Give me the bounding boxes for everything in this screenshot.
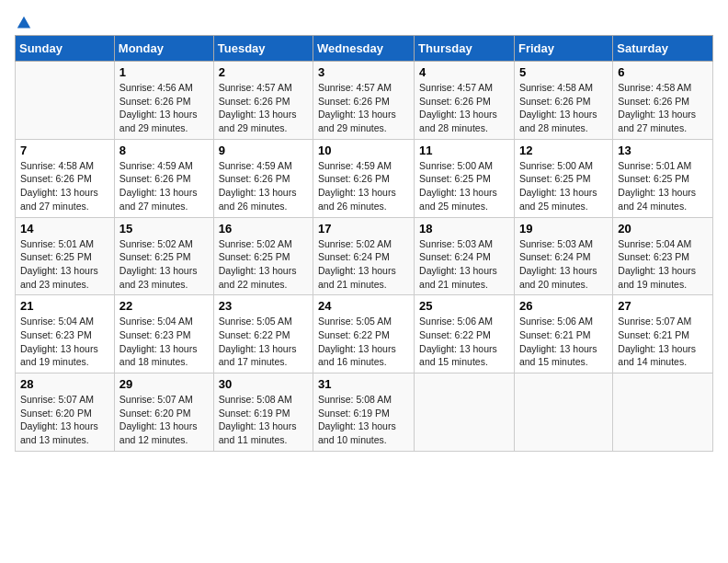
header-saturday: Saturday xyxy=(613,36,713,62)
calendar-cell: 3Sunrise: 4:57 AM Sunset: 6:26 PM Daylig… xyxy=(313,62,415,140)
calendar-cell: 16Sunrise: 5:02 AM Sunset: 6:25 PM Dayli… xyxy=(213,217,313,295)
calendar-cell: 5Sunrise: 4:58 AM Sunset: 6:26 PM Daylig… xyxy=(514,62,612,140)
day-info: Sunrise: 4:57 AM Sunset: 6:26 PM Dayligh… xyxy=(219,81,308,135)
header-sunday: Sunday xyxy=(16,36,115,62)
day-info: Sunrise: 4:59 AM Sunset: 6:26 PM Dayligh… xyxy=(219,159,308,213)
day-info: Sunrise: 5:02 AM Sunset: 6:25 PM Dayligh… xyxy=(219,237,308,292)
day-number: 8 xyxy=(119,144,209,157)
day-number: 16 xyxy=(219,222,308,236)
calendar-cell: 20Sunrise: 5:04 AM Sunset: 6:23 PM Dayli… xyxy=(613,217,713,295)
logo xyxy=(15,15,33,28)
calendar-body: 1Sunrise: 4:56 AM Sunset: 6:26 PM Daylig… xyxy=(16,62,713,452)
logo-triangle-icon xyxy=(16,15,32,31)
day-number: 18 xyxy=(419,222,509,236)
day-number: 7 xyxy=(20,144,109,157)
day-info: Sunrise: 5:00 AM Sunset: 6:25 PM Dayligh… xyxy=(519,159,608,213)
header-thursday: Thursday xyxy=(415,36,515,62)
calendar-cell: 30Sunrise: 5:08 AM Sunset: 6:19 PM Dayli… xyxy=(213,373,313,452)
day-info: Sunrise: 4:58 AM Sunset: 6:26 PM Dayligh… xyxy=(519,81,608,135)
day-number: 3 xyxy=(318,65,409,79)
day-number: 6 xyxy=(618,65,708,79)
day-number: 20 xyxy=(618,222,708,236)
week-row-4: 28Sunrise: 5:07 AM Sunset: 6:20 PM Dayli… xyxy=(16,373,713,452)
svg-marker-0 xyxy=(17,17,30,29)
calendar-cell xyxy=(514,373,612,452)
calendar-cell xyxy=(415,373,515,452)
calendar-cell: 27Sunrise: 5:07 AM Sunset: 6:21 PM Dayli… xyxy=(613,295,713,373)
day-number: 24 xyxy=(318,299,409,313)
calendar-cell: 4Sunrise: 4:57 AM Sunset: 6:26 PM Daylig… xyxy=(415,62,515,140)
day-number: 13 xyxy=(618,144,708,157)
day-number: 31 xyxy=(318,377,409,391)
calendar-cell: 12Sunrise: 5:00 AM Sunset: 6:25 PM Dayli… xyxy=(514,139,612,217)
day-info: Sunrise: 5:04 AM Sunset: 6:23 PM Dayligh… xyxy=(20,315,109,369)
week-row-3: 21Sunrise: 5:04 AM Sunset: 6:23 PM Dayli… xyxy=(16,295,713,373)
header-friday: Friday xyxy=(514,36,612,62)
calendar-header-row: SundayMondayTuesdayWednesdayThursdayFrid… xyxy=(16,36,713,62)
day-number: 15 xyxy=(119,222,209,236)
day-info: Sunrise: 5:01 AM Sunset: 6:25 PM Dayligh… xyxy=(618,159,708,213)
day-number: 30 xyxy=(219,377,308,391)
day-number: 17 xyxy=(318,222,409,236)
calendar-table: SundayMondayTuesdayWednesdayThursdayFrid… xyxy=(15,35,713,452)
day-number: 19 xyxy=(519,222,608,236)
day-number: 12 xyxy=(519,144,608,157)
calendar-cell: 31Sunrise: 5:08 AM Sunset: 6:19 PM Dayli… xyxy=(313,373,415,452)
day-info: Sunrise: 5:00 AM Sunset: 6:25 PM Dayligh… xyxy=(419,159,509,213)
day-number: 4 xyxy=(419,65,509,79)
day-number: 1 xyxy=(119,65,209,79)
day-info: Sunrise: 5:01 AM Sunset: 6:25 PM Dayligh… xyxy=(20,237,109,292)
day-info: Sunrise: 4:58 AM Sunset: 6:26 PM Dayligh… xyxy=(20,159,109,213)
day-number: 21 xyxy=(20,299,109,313)
day-info: Sunrise: 4:59 AM Sunset: 6:26 PM Dayligh… xyxy=(119,159,209,213)
day-info: Sunrise: 5:06 AM Sunset: 6:21 PM Dayligh… xyxy=(519,315,608,369)
day-info: Sunrise: 4:57 AM Sunset: 6:26 PM Dayligh… xyxy=(318,81,409,135)
day-info: Sunrise: 5:08 AM Sunset: 6:19 PM Dayligh… xyxy=(318,393,409,447)
calendar-cell xyxy=(16,62,115,140)
calendar-cell: 24Sunrise: 5:05 AM Sunset: 6:22 PM Dayli… xyxy=(313,295,415,373)
day-info: Sunrise: 5:05 AM Sunset: 6:22 PM Dayligh… xyxy=(318,315,409,369)
day-info: Sunrise: 5:02 AM Sunset: 6:24 PM Dayligh… xyxy=(318,237,409,292)
day-number: 9 xyxy=(219,144,308,157)
calendar-cell: 28Sunrise: 5:07 AM Sunset: 6:20 PM Dayli… xyxy=(16,373,115,452)
day-number: 2 xyxy=(219,65,308,79)
calendar-cell: 10Sunrise: 4:59 AM Sunset: 6:26 PM Dayli… xyxy=(313,139,415,217)
day-info: Sunrise: 5:07 AM Sunset: 6:20 PM Dayligh… xyxy=(119,393,209,447)
calendar-cell xyxy=(613,373,713,452)
day-number: 29 xyxy=(119,377,209,391)
day-info: Sunrise: 5:06 AM Sunset: 6:22 PM Dayligh… xyxy=(419,315,509,369)
calendar-cell: 11Sunrise: 5:00 AM Sunset: 6:25 PM Dayli… xyxy=(415,139,515,217)
calendar-cell: 22Sunrise: 5:04 AM Sunset: 6:23 PM Dayli… xyxy=(114,295,213,373)
day-info: Sunrise: 5:05 AM Sunset: 6:22 PM Dayligh… xyxy=(219,315,308,369)
header-monday: Monday xyxy=(114,36,213,62)
day-info: Sunrise: 4:57 AM Sunset: 6:26 PM Dayligh… xyxy=(419,81,509,135)
calendar-cell: 7Sunrise: 4:58 AM Sunset: 6:26 PM Daylig… xyxy=(16,139,115,217)
day-number: 11 xyxy=(419,144,509,157)
header-tuesday: Tuesday xyxy=(213,36,313,62)
day-number: 28 xyxy=(20,377,109,391)
week-row-2: 14Sunrise: 5:01 AM Sunset: 6:25 PM Dayli… xyxy=(16,217,713,295)
calendar-cell: 19Sunrise: 5:03 AM Sunset: 6:24 PM Dayli… xyxy=(514,217,612,295)
week-row-0: 1Sunrise: 4:56 AM Sunset: 6:26 PM Daylig… xyxy=(16,62,713,140)
calendar-cell: 21Sunrise: 5:04 AM Sunset: 6:23 PM Dayli… xyxy=(16,295,115,373)
day-info: Sunrise: 5:07 AM Sunset: 6:20 PM Dayligh… xyxy=(20,393,109,447)
day-number: 26 xyxy=(519,299,608,313)
calendar-cell: 9Sunrise: 4:59 AM Sunset: 6:26 PM Daylig… xyxy=(213,139,313,217)
day-info: Sunrise: 5:04 AM Sunset: 6:23 PM Dayligh… xyxy=(119,315,209,369)
calendar-cell: 14Sunrise: 5:01 AM Sunset: 6:25 PM Dayli… xyxy=(16,217,115,295)
day-number: 14 xyxy=(20,222,109,236)
week-row-1: 7Sunrise: 4:58 AM Sunset: 6:26 PM Daylig… xyxy=(16,139,713,217)
calendar-cell: 18Sunrise: 5:03 AM Sunset: 6:24 PM Dayli… xyxy=(415,217,515,295)
day-number: 10 xyxy=(318,144,409,157)
calendar-cell: 13Sunrise: 5:01 AM Sunset: 6:25 PM Dayli… xyxy=(613,139,713,217)
day-info: Sunrise: 5:03 AM Sunset: 6:24 PM Dayligh… xyxy=(519,237,608,292)
header-wednesday: Wednesday xyxy=(313,36,415,62)
calendar-cell: 23Sunrise: 5:05 AM Sunset: 6:22 PM Dayli… xyxy=(213,295,313,373)
day-number: 27 xyxy=(618,299,708,313)
day-info: Sunrise: 5:08 AM Sunset: 6:19 PM Dayligh… xyxy=(219,393,308,447)
day-info: Sunrise: 4:58 AM Sunset: 6:26 PM Dayligh… xyxy=(618,81,708,135)
day-number: 23 xyxy=(219,299,308,313)
day-info: Sunrise: 4:56 AM Sunset: 6:26 PM Dayligh… xyxy=(119,81,209,135)
day-number: 5 xyxy=(519,65,608,79)
day-info: Sunrise: 5:07 AM Sunset: 6:21 PM Dayligh… xyxy=(618,315,708,369)
